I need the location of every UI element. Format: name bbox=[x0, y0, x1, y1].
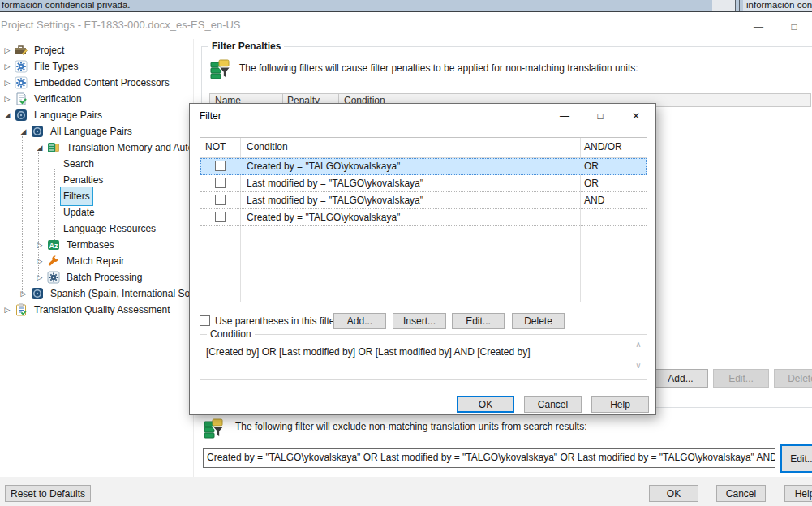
maximize-icon[interactable]: □ bbox=[782, 19, 806, 35]
title-bar: Project Settings - ET-1833-000.docx_es-E… bbox=[0, 12, 812, 39]
exclude-filter-icon bbox=[203, 417, 227, 441]
table-row[interactable]: Last modified by = "TALGO\ykovalskaya" A… bbox=[200, 192, 647, 209]
exclude-filter-edit-button[interactable]: Edit... bbox=[780, 444, 812, 473]
expander-icon[interactable] bbox=[2, 93, 13, 105]
dialog-maximize-icon[interactable]: □ bbox=[587, 107, 613, 125]
sidebar-item-all-language-pairs[interactable]: All Language Pairs bbox=[0, 123, 135, 139]
sidebar-item-verification[interactable]: Verification bbox=[0, 91, 85, 107]
filter-dialog: Filter — □ ✕ NOT Condition AND/OR Create… bbox=[189, 103, 656, 415]
use-parentheses-checkbox[interactable] bbox=[200, 315, 210, 326]
scroll-up-icon[interactable]: ∧ bbox=[632, 340, 645, 349]
column-condition: Condition bbox=[247, 141, 288, 152]
expander-icon[interactable] bbox=[2, 109, 13, 121]
condition-cell: Last modified by = "TALGO\ykovalskaya" bbox=[247, 178, 423, 189]
sidebar-item-batch-processing[interactable]: Batch Processing bbox=[0, 269, 145, 285]
batch-processing-icon bbox=[47, 271, 60, 284]
column-not: NOT bbox=[205, 141, 226, 152]
dialog-add-button[interactable]: Add... bbox=[333, 313, 386, 329]
expander-icon[interactable] bbox=[2, 45, 13, 56]
project-settings-window: formación confidencial privada. informac… bbox=[0, 0, 812, 506]
sidebar-item-spanish[interactable]: Spanish (Spain, International Sort) bbox=[0, 285, 202, 302]
sidebar-item-match-repair[interactable]: Match Repair bbox=[0, 253, 127, 269]
table-row[interactable]: Created by = "TALGO\ykovalskaya" OR bbox=[200, 158, 647, 175]
condition-scrollbar[interactable]: ∧ ∨ bbox=[632, 337, 645, 378]
dialog-minimize-icon[interactable]: — bbox=[552, 107, 578, 125]
table-header: NOT Condition AND/OR bbox=[200, 138, 647, 158]
expander-icon[interactable] bbox=[18, 288, 29, 299]
use-parentheses-label: Use parentheses in this filter bbox=[215, 315, 337, 327]
strip-separator bbox=[735, 0, 736, 11]
strip-separator bbox=[739, 0, 740, 11]
not-checkbox[interactable] bbox=[215, 212, 226, 222]
condition-expression: [Created by] OR [Last modified by] OR [L… bbox=[206, 346, 531, 358]
andor-cell: AND bbox=[584, 195, 604, 206]
background-window-strip: formación confidencial privada. informac… bbox=[0, 0, 812, 12]
expander-icon[interactable] bbox=[18, 126, 29, 137]
exclude-filter-field[interactable]: Created by = "TALGO\ykovalskaya" OR Last… bbox=[203, 448, 775, 468]
project-icon bbox=[15, 44, 28, 57]
dialog-close-icon[interactable]: ✕ bbox=[623, 107, 649, 125]
dialog-edit-button[interactable]: Edit... bbox=[452, 313, 505, 329]
exclude-filter-description: The following filter will exclude non-ma… bbox=[235, 421, 587, 432]
expander-icon[interactable] bbox=[2, 77, 13, 88]
confidential-text-right: información conf bbox=[746, 0, 812, 11]
expander-icon[interactable] bbox=[34, 142, 45, 153]
dialog-ok-button[interactable]: OK bbox=[457, 396, 514, 413]
settings-help-button[interactable]: Help bbox=[784, 485, 812, 502]
settings-ok-button[interactable]: OK bbox=[649, 485, 698, 502]
quality-assessment-icon bbox=[15, 303, 28, 316]
wrench-icon bbox=[47, 255, 60, 268]
sidebar-item-label: Translation Quality Assessment bbox=[31, 300, 174, 319]
filter-conditions-table: NOT Condition AND/OR Created by = "TALGO… bbox=[200, 137, 647, 302]
sidebar-item-language-pairs[interactable]: Language Pairs bbox=[0, 107, 105, 123]
sidebar-item-tqa[interactable]: Translation Quality Assessment bbox=[0, 302, 174, 318]
dialog-cancel-button[interactable]: Cancel bbox=[524, 396, 582, 413]
expander-icon[interactable] bbox=[2, 304, 13, 315]
language-pairs-icon bbox=[31, 125, 44, 138]
andor-cell: OR bbox=[584, 178, 599, 189]
language-pairs-icon bbox=[15, 109, 28, 122]
content-processor-icon bbox=[15, 76, 28, 89]
dialog-help-button[interactable]: Help bbox=[591, 396, 649, 413]
penalties-delete-button: Delete bbox=[774, 369, 812, 388]
condition-group: Condition [Created by] OR [Last modified… bbox=[200, 334, 647, 380]
sidebar-item-language-resources[interactable]: Language Resources bbox=[0, 221, 159, 237]
not-checkbox[interactable] bbox=[215, 178, 226, 188]
sidebar-item-translation-memory[interactable]: Translation Memory and Auto bbox=[0, 139, 196, 156]
reset-to-defaults-button[interactable]: Reset to Defaults bbox=[5, 485, 91, 502]
sidebar-item-penalties[interactable]: Penalties bbox=[0, 172, 106, 188]
table-row[interactable]: Last modified by = "TALGO\ykovalskaya" O… bbox=[200, 175, 647, 192]
settings-tree: Project File Types Embedded Content Proc… bbox=[0, 39, 194, 477]
condition-cell: Created by = "TALGO\ykovalskaya" bbox=[247, 212, 400, 223]
sidebar-item-file-types[interactable]: File Types bbox=[0, 58, 81, 75]
dialog-delete-button[interactable]: Delete bbox=[512, 313, 565, 329]
not-checkbox[interactable] bbox=[215, 195, 226, 205]
file-types-icon bbox=[15, 60, 28, 73]
settings-cancel-button[interactable]: Cancel bbox=[716, 485, 766, 502]
dialog-title: Filter bbox=[200, 110, 221, 122]
scroll-down-icon[interactable]: ∨ bbox=[632, 361, 645, 370]
condition-group-title: Condition bbox=[207, 328, 255, 340]
expander-icon[interactable] bbox=[34, 272, 45, 283]
expander-icon[interactable] bbox=[34, 255, 45, 267]
sidebar-item-embedded-content-processors[interactable]: Embedded Content Processors bbox=[0, 75, 173, 91]
filter-penalties-icon bbox=[209, 58, 234, 82]
dialog-insert-button[interactable]: Insert... bbox=[393, 313, 446, 329]
strip-gap bbox=[712, 0, 735, 11]
table-row[interactable]: Created by = "TALGO\ykovalskaya" bbox=[200, 209, 647, 226]
column-andor: AND/OR bbox=[584, 141, 622, 152]
verification-icon bbox=[15, 92, 28, 105]
sidebar-item-search[interactable]: Search bbox=[0, 156, 97, 172]
minimize-icon[interactable]: — bbox=[746, 19, 771, 35]
sidebar-item-update[interactable]: Update bbox=[0, 204, 98, 221]
penalties-add-button[interactable]: Add... bbox=[653, 369, 708, 388]
not-checkbox[interactable] bbox=[215, 161, 226, 171]
andor-cell: OR bbox=[584, 161, 599, 172]
expander-icon[interactable] bbox=[34, 239, 45, 251]
sidebar-item-project[interactable]: Project bbox=[0, 42, 67, 58]
sidebar-item-termbases[interactable]: Az Termbases bbox=[0, 237, 118, 253]
group-title: Filter Penalties bbox=[208, 41, 284, 52]
termbases-icon: Az bbox=[47, 238, 60, 251]
sidebar-item-filters[interactable]: Filters bbox=[0, 188, 93, 204]
expander-icon[interactable] bbox=[2, 61, 13, 72]
